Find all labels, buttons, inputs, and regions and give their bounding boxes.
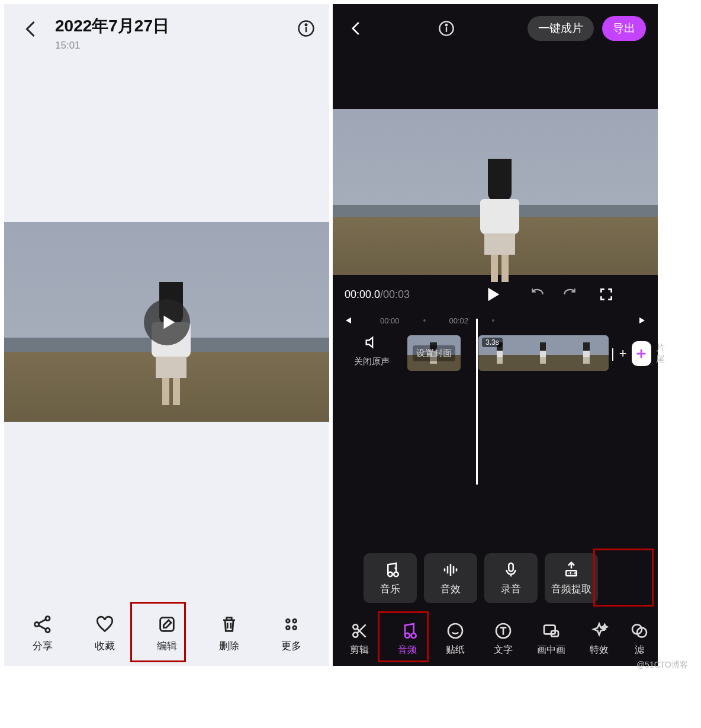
undo-icon[interactable] [530,287,545,302]
ruler-dot [423,319,426,322]
tab-label: 画中画 [537,644,565,656]
video-editor: 一键成片 导出 00:00.0 / 00:03 00:00 00:02 [333,4,658,666]
svg-point-2 [306,24,307,26]
svg-rect-16 [509,563,513,571]
audio-tools: 音乐 音效 录音 音频提取 [364,553,598,603]
edit-icon [157,614,177,634]
tab-filter[interactable]: 滤 [629,621,649,656]
tab-cut[interactable]: 剪辑 [341,621,377,656]
edit-button[interactable]: 编辑 [146,614,188,653]
plus-label: + [619,346,627,361]
play-button[interactable] [144,299,190,345]
trash-icon [219,614,239,634]
more-button[interactable]: 更多 [270,614,313,653]
svg-line-6 [38,619,46,623]
clip-duration: 3.3s [482,338,503,347]
tab-sticker[interactable]: 贴纸 [437,621,473,656]
info-icon[interactable] [297,20,315,37]
svg-line-7 [38,625,46,629]
scissors-icon [350,621,369,640]
cover-label: 设置封面 [413,345,455,361]
tab-pip[interactable]: 画中画 [533,621,570,656]
gallery-date: 2022年7月27日 [55,15,169,37]
svg-point-20 [448,624,462,638]
redo-icon[interactable] [562,287,577,302]
delete-button[interactable]: 删除 [208,614,250,653]
editor-bottombar: 剪辑 音频 贴纸 文字 画中画 特效 [333,611,658,666]
record-label: 录音 [501,582,521,596]
duration-time: 00:03 [383,288,410,301]
timeline-ruler[interactable]: 00:00 00:02 [333,314,658,327]
sfx-button[interactable]: 音效 [424,553,477,603]
skip-next-icon[interactable] [638,315,648,326]
add-clip: | + 片尾 [611,341,670,366]
music-icon [398,621,417,640]
current-time: 00:00.0 [345,288,380,301]
export-button[interactable]: 导出 [602,16,646,41]
more-label: 更多 [281,639,301,653]
back-icon[interactable] [21,18,42,40]
info-icon[interactable] [438,20,455,37]
back-icon[interactable] [348,20,365,37]
extract-label: 音频提取 [551,582,591,596]
tab-text[interactable]: 文字 [485,621,522,656]
sparkle-icon [590,621,609,640]
music-button[interactable]: 音乐 [364,553,417,603]
add-clip-button[interactable] [632,341,651,366]
clip-thumb [522,335,565,371]
favorite-label: 收藏 [95,639,115,653]
highlight-extract [593,549,654,607]
share-button[interactable]: 分享 [21,614,64,653]
play-icon[interactable] [484,286,501,303]
record-button[interactable]: 录音 [484,553,538,603]
pip-icon [542,621,561,640]
extract-audio-button[interactable]: 音频提取 [545,553,598,603]
share-icon [33,614,53,634]
playhead[interactable] [476,319,478,485]
extract-icon [562,561,580,579]
editor-header: 一键成片 导出 [333,4,658,41]
set-cover-button[interactable]: 设置封面 [407,335,461,371]
tab-label: 滤 [635,644,644,656]
clip-handle[interactable]: | [611,346,615,361]
text-icon [494,621,513,640]
tab-audio[interactable]: 音频 [389,621,425,656]
watermark: @51CTO博客 [636,660,688,671]
scene-art [333,109,658,275]
tab-label: 音频 [398,644,417,656]
video-thumbnail[interactable] [4,222,329,422]
svg-point-11 [286,626,290,629]
tab-label: 贴纸 [446,644,465,656]
tab-label: 剪辑 [350,644,369,656]
oneclick-button[interactable]: 一键成片 [528,16,594,41]
music-label: 音乐 [380,582,400,596]
mic-icon [502,561,520,579]
video-clip[interactable]: 3.3s [478,335,609,371]
ruler-tick: 00:00 [380,316,400,325]
clip-thumb [565,335,609,371]
delete-label: 删除 [219,639,239,653]
sticker-icon [446,621,465,640]
fullscreen-icon[interactable] [599,287,614,302]
speaker-icon [364,334,380,351]
skip-prev-icon[interactable] [342,315,353,326]
svg-rect-22 [544,625,555,634]
gallery-title-block: 2022年7月27日 15:01 [55,15,169,52]
tail-label: 片尾 [656,342,670,365]
music-note-icon [381,561,399,579]
editor-preview[interactable] [333,109,658,275]
filter-icon [630,621,649,640]
plus-icon [635,347,648,360]
gallery-time: 15:01 [55,40,169,52]
favorite-button[interactable]: 收藏 [83,614,126,653]
gallery-header: 2022年7月27日 15:01 [4,4,329,52]
tab-label: 特效 [590,644,609,656]
mute-label: 关闭原声 [350,356,393,367]
tab-effect[interactable]: 特效 [581,621,618,656]
play-icon [159,313,177,331]
svg-point-10 [292,619,296,623]
mute-original-button[interactable]: 关闭原声 [350,334,393,367]
gallery-viewer: 2022年7月27日 15:01 分享 收藏 [4,4,329,666]
timeline[interactable]: 关闭原声 设置封面 3.3s | + 片尾 [333,331,658,384]
share-label: 分享 [33,639,53,653]
